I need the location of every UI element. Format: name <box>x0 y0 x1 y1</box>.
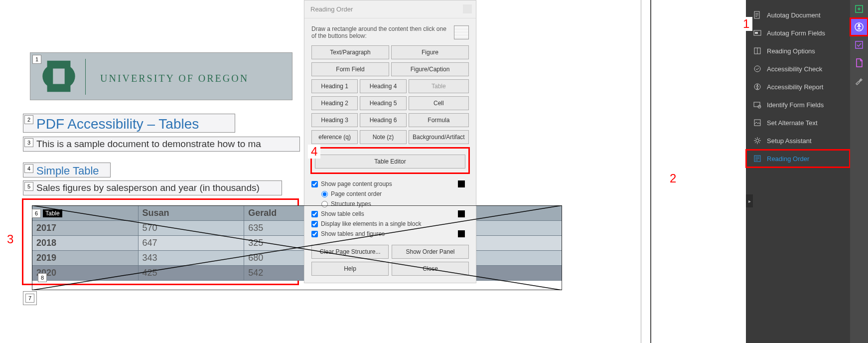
table-button[interactable]: Table <box>409 79 469 93</box>
accessibility-icon <box>753 82 762 91</box>
figure-button[interactable]: Figure <box>391 45 469 59</box>
dialog-instruction: Draw a rectangle around the content then… <box>311 25 469 39</box>
text-paragraph-button[interactable]: Text/Paragraph <box>311 45 389 59</box>
cell-button[interactable]: Cell <box>409 96 469 110</box>
set-alternate-text[interactable]: Set Alternate Text <box>746 114 850 132</box>
figure-caption-button[interactable]: Figure/Caption <box>391 62 469 76</box>
heading-2: 4 Simple Table <box>23 163 111 177</box>
form-icon <box>753 28 762 37</box>
paragraph-2: 5 Sales figures by salesperson and year … <box>23 180 282 195</box>
h1-text: PDF Accessibility – Tables <box>23 114 235 134</box>
selection-icon <box>454 25 469 39</box>
tag-number-7: 7 <box>25 294 34 303</box>
form-field-button[interactable]: Form Field <box>311 62 389 76</box>
wrench-icon[interactable] <box>850 72 868 90</box>
heading-1: 2 PDF Accessibility – Tables <box>23 114 235 133</box>
export-icon[interactable] <box>850 0 868 18</box>
tag-number-8: 8 <box>38 273 47 282</box>
identify-icon <box>753 100 762 109</box>
annotation-1: 1 <box>740 17 752 31</box>
dialog-title: Reading Order <box>310 5 353 13</box>
close-icon[interactable] <box>463 4 472 13</box>
dialog-title-bar[interactable]: Reading Order <box>304 0 476 18</box>
check-label: Show page content groups <box>321 180 392 187</box>
tag-number-5: 5 <box>24 182 33 191</box>
paragraph-1: 3 This is a sample document to demonstra… <box>23 137 300 152</box>
autotag-document[interactable]: Autotag Document <box>746 6 850 24</box>
radio[interactable] <box>321 191 328 197</box>
heading3-button[interactable]: Heading 3 <box>311 113 358 127</box>
panel-divider <box>650 0 651 343</box>
accessibility-report[interactable]: Accessibility Report <box>746 78 850 96</box>
accessibility-check[interactable]: Accessibility Check <box>746 60 850 78</box>
background-button[interactable]: Background/Artifact <box>409 130 469 144</box>
logo-divider <box>85 59 86 95</box>
formula-button[interactable]: Formula <box>409 113 469 127</box>
checkbox[interactable] <box>311 181 318 187</box>
h2-text: Simple Table <box>23 163 110 179</box>
gear-icon <box>753 136 762 145</box>
table-editor-highlight: Table Editor <box>310 147 470 174</box>
tag-number-2: 2 <box>24 115 33 124</box>
identify-form-fields[interactable]: Identify Form Fields <box>746 96 850 114</box>
accessibility-panel: Autotag Document Autotag Form Fields Rea… <box>746 0 850 343</box>
rp-label: Accessibility Report <box>767 83 823 91</box>
svg-rect-19 <box>856 41 863 48</box>
setup-assistant[interactable]: Setup Assistant <box>746 132 850 150</box>
autotag-form-fields[interactable]: Autotag Form Fields <box>746 24 850 42</box>
logo-block: 1 UNIVERSITY OF OREGON <box>30 52 292 100</box>
svg-point-14 <box>756 139 759 142</box>
tag-number-3: 3 <box>24 138 33 147</box>
tag-number-4: 4 <box>24 164 33 173</box>
order-icon <box>753 154 762 163</box>
heading5-button[interactable]: Heading 5 <box>360 96 406 110</box>
svg-rect-13 <box>754 120 760 126</box>
rp-label: Autotag Document <box>767 11 821 19</box>
accessibility-tool-icon[interactable] <box>850 18 868 36</box>
page-edge <box>641 0 641 343</box>
reading-order[interactable]: Reading Order <box>746 150 850 168</box>
reference-button[interactable]: eference (q) <box>311 130 358 144</box>
rp-label: Identify Form Fields <box>767 101 824 109</box>
color-swatch[interactable] <box>458 180 465 187</box>
p1-text: This is a sample document to demonstrate… <box>23 137 299 151</box>
instruction-text: Draw a rectangle around the content then… <box>311 25 446 39</box>
svg-rect-5 <box>755 32 758 34</box>
annotation-2: 2 <box>667 172 679 185</box>
annotation-3: 3 <box>4 232 16 246</box>
heading2-button[interactable]: Heading 2 <box>311 96 358 110</box>
page-order-radio[interactable]: Page content order <box>311 189 469 199</box>
logo-text: UNIVERSITY OF OREGON <box>100 73 249 84</box>
svg-point-8 <box>754 66 760 72</box>
table-editor-button[interactable]: Table Editor <box>315 155 465 169</box>
annotation-4: 4 <box>308 145 320 159</box>
collapse-handle[interactable]: ▸ <box>746 194 753 207</box>
rp-label: Set Alternate Text <box>767 119 818 127</box>
p2-text: Sales figures by salesperson and year (i… <box>23 181 282 195</box>
rp-label: Autotag Form Fields <box>767 29 825 37</box>
heading4-button[interactable]: Heading 4 <box>360 79 406 93</box>
table-label: Table <box>43 209 62 217</box>
check-icon <box>753 64 762 73</box>
svg-point-10 <box>757 85 758 86</box>
svg-rect-11 <box>754 102 760 107</box>
document-icon <box>753 10 762 19</box>
heading6-button[interactable]: Heading 6 <box>360 113 406 127</box>
show-groups-check[interactable]: Show page content groups <box>311 179 469 189</box>
rp-label: Accessibility Check <box>767 65 822 73</box>
reading-options[interactable]: Reading Options <box>746 42 850 60</box>
rp-label: Reading Options <box>767 47 815 55</box>
tool-strip <box>850 0 868 343</box>
tag-number-6: 6 <box>32 209 41 218</box>
table-cross-overlay <box>32 205 562 290</box>
rp-label: Setup Assistant <box>767 137 812 145</box>
radio-label: Page content order <box>331 190 382 197</box>
page-tool-icon[interactable] <box>850 54 868 72</box>
book-icon <box>753 46 762 55</box>
tag-7-box: 7 <box>23 291 37 305</box>
note-button[interactable]: Note (z) <box>360 130 406 144</box>
rp-label: Reading Order <box>767 155 809 163</box>
oregon-o-icon <box>39 57 78 96</box>
checkbox-tool-icon[interactable] <box>850 36 868 54</box>
heading1-button[interactable]: Heading 1 <box>311 79 358 93</box>
